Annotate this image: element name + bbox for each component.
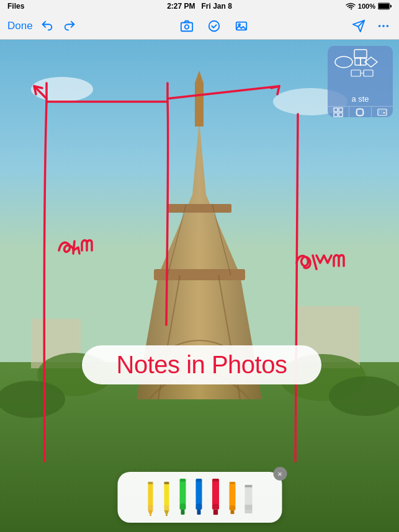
svg-rect-36: [364, 70, 373, 76]
svg-point-42: [356, 109, 364, 116]
svg-rect-70: [212, 480, 219, 505]
svg-point-9: [382, 25, 385, 27]
svg-marker-55: [150, 515, 152, 516]
bottom-toolbar: ×: [117, 472, 282, 523]
shape-palette-toolbar[interactable]: [328, 106, 393, 117]
svg-rect-56: [148, 482, 153, 484]
svg-marker-59: [164, 510, 169, 516]
svg-rect-40: [334, 113, 338, 117]
svg-marker-60: [166, 515, 168, 516]
redo-button[interactable]: [61, 18, 78, 34]
shape-palette-content: [328, 46, 393, 94]
svg-rect-73: [212, 479, 219, 482]
svg-rect-75: [230, 505, 236, 510]
photo-icon[interactable]: [233, 18, 249, 34]
shape-palette[interactable]: a ste: [328, 46, 393, 117]
shape-palette-label: a ste: [328, 94, 393, 106]
battery-icon: [378, 2, 392, 10]
svg-rect-2: [390, 5, 392, 7]
svg-rect-62: [180, 480, 186, 505]
notes-label-text: Notes in Photos: [117, 351, 287, 379]
svg-rect-43: [357, 109, 363, 115]
done-button[interactable]: Done: [7, 20, 33, 32]
svg-rect-53: [148, 505, 153, 510]
marker-tool-orange[interactable]: [227, 479, 238, 516]
svg-rect-38: [334, 108, 338, 112]
svg-point-7: [238, 24, 240, 25]
camera-icon[interactable]: [179, 18, 195, 34]
svg-point-5: [209, 20, 220, 31]
svg-rect-67: [196, 503, 202, 510]
undo-button[interactable]: [39, 18, 55, 34]
main-canvas: Notes in Photos a ste: [0, 40, 399, 532]
svg-rect-29: [354, 50, 367, 58]
svg-rect-39: [339, 108, 343, 112]
close-toolbar-button[interactable]: ×: [273, 467, 287, 481]
svg-rect-80: [245, 485, 253, 487]
svg-rect-78: [245, 486, 253, 506]
svg-rect-65: [180, 479, 186, 482]
svg-point-4: [185, 25, 189, 29]
time-label: 2:27 PM: [167, 2, 195, 11]
svg-rect-74: [230, 483, 236, 507]
marker-tool-green[interactable]: [177, 479, 189, 516]
grid-btn[interactable]: [328, 107, 349, 117]
checkmark-icon[interactable]: [206, 18, 222, 34]
svg-rect-58: [164, 505, 169, 510]
wifi-icon: [346, 2, 356, 10]
svg-rect-63: [180, 503, 186, 510]
svg-rect-35: [351, 70, 361, 76]
svg-point-8: [379, 25, 381, 27]
battery-label: 100%: [358, 2, 375, 10]
pencil-tool-2[interactable]: [161, 479, 173, 516]
marker-tool-blue[interactable]: [194, 479, 205, 516]
svg-rect-69: [196, 479, 202, 482]
svg-rect-3: [181, 22, 192, 31]
svg-rect-66: [196, 480, 202, 505]
status-bar: Files 2:27 PM Fri Jan 8 100%: [0, 0, 399, 12]
svg-point-10: [387, 25, 389, 27]
notes-label: Notes in Photos: [82, 345, 321, 384]
svg-rect-76: [231, 510, 235, 514]
files-label: Files: [7, 2, 24, 11]
svg-rect-81: [245, 510, 253, 513]
send-button[interactable]: [351, 18, 367, 34]
toolbar: Done: [0, 12, 399, 40]
svg-rect-68: [197, 510, 201, 515]
svg-point-30: [335, 56, 352, 68]
svg-marker-32: [365, 57, 377, 67]
svg-marker-54: [148, 510, 153, 516]
eraser-tool[interactable]: [243, 479, 254, 516]
svg-rect-77: [230, 482, 236, 484]
day-label: Fri Jan 8: [202, 2, 232, 11]
keyboard-btn[interactable]: [372, 107, 393, 117]
svg-rect-1: [379, 4, 389, 9]
marker-tool-red[interactable]: [210, 479, 222, 516]
svg-rect-44: [378, 109, 387, 115]
svg-rect-52: [148, 483, 153, 507]
svg-rect-72: [213, 510, 218, 515]
svg-rect-57: [164, 483, 169, 507]
svg-rect-64: [181, 510, 185, 515]
more-button[interactable]: [375, 18, 392, 34]
shape-btn[interactable]: [349, 107, 371, 117]
pencil-tool-1[interactable]: [145, 479, 156, 516]
svg-rect-71: [212, 504, 219, 510]
svg-rect-41: [339, 113, 343, 117]
svg-rect-61: [164, 482, 169, 484]
